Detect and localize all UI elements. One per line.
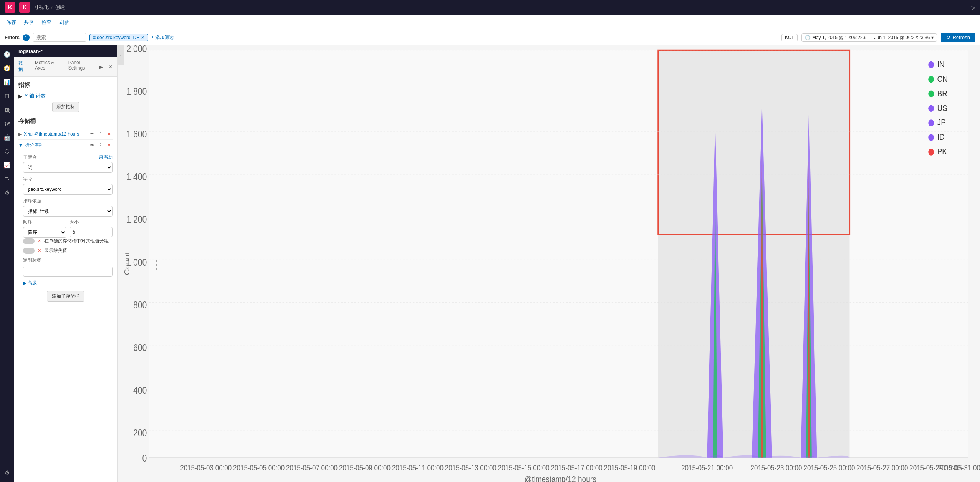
size-col: 大小 xyxy=(70,219,113,238)
tab-panel-settings[interactable]: Panel Settings xyxy=(64,57,96,76)
add-filter-button[interactable]: + 添加筛选 xyxy=(151,34,174,41)
sidebar-icon-discover[interactable]: 🧭 xyxy=(1,62,13,75)
sidebar-icon-devtools[interactable]: ⚙ xyxy=(1,187,13,199)
visibility-toggle-x[interactable]: 👁 xyxy=(89,131,96,137)
custom-label-section: 定制标签 xyxy=(23,257,113,277)
close-panel-button[interactable]: ✕ xyxy=(106,63,115,71)
order-select[interactable]: 降序 xyxy=(23,227,66,238)
filter-chip[interactable]: ≡ geo.src.keyword: DE ✕ xyxy=(89,34,148,41)
time-picker-button[interactable]: 🕐 May 1, 2015 @ 19:06:22.9 → Jun 1, 2015… xyxy=(801,33,937,42)
custom-label-field-label: 定制标签 xyxy=(23,257,113,263)
delete-icon-x[interactable]: ✕ xyxy=(106,131,113,137)
sub-agg-select[interactable]: 词 xyxy=(23,162,113,173)
inspect-button[interactable]: 检查 xyxy=(41,19,51,26)
filter-chip-close[interactable]: ✕ xyxy=(141,35,145,40)
filter-search-input[interactable] xyxy=(33,33,86,42)
custom-label-input[interactable] xyxy=(23,267,113,277)
breadcrumb-item2[interactable]: 创建 xyxy=(55,4,65,11)
svg-text:400: 400 xyxy=(133,385,147,396)
delete-icon-split[interactable]: ✕ xyxy=(106,142,113,149)
panel-collapse-arrow[interactable]: ‹ xyxy=(118,45,124,65)
tab-data[interactable]: 数据 xyxy=(14,57,30,76)
time-range-arrow: → xyxy=(868,35,873,40)
svg-text:1,800: 1,800 xyxy=(126,86,147,97)
toggle-group-other[interactable] xyxy=(23,238,35,244)
y-axis-count-row[interactable]: ▶ Y 轴 计数 xyxy=(18,93,113,99)
buckets-section: 存储桶 ▶ X 轴 @timestamp/12 hours 👁 ⋮ ✕ ▼ 拆分… xyxy=(18,118,113,302)
svg-text:2015-05-11 00:00: 2015-05-11 00:00 xyxy=(392,463,444,472)
refresh-action-button[interactable]: 刷新 xyxy=(59,19,69,26)
tab-metrics-axes[interactable]: Metrics & Axes xyxy=(30,57,64,76)
edit-icon-split[interactable]: ⋮ xyxy=(97,142,104,149)
order-by-label: 排序依据 xyxy=(23,198,113,204)
svg-text:600: 600 xyxy=(133,342,147,353)
svg-text:⋮: ⋮ xyxy=(152,258,162,271)
sidebar-icon-visualize[interactable]: 📊 xyxy=(1,76,13,88)
time-range-start: May 1, 2015 @ 19:06:22.9 xyxy=(812,35,867,40)
split-series-label[interactable]: 拆分序列 xyxy=(25,142,86,149)
svg-text:2015-05-07 00:00: 2015-05-07 00:00 xyxy=(286,463,338,472)
save-button[interactable]: 保存 xyxy=(6,19,16,26)
filter-bar-right: KQL 🕐 May 1, 2015 @ 19:06:22.9 → Jun 1, … xyxy=(781,33,975,42)
x-axis-label[interactable]: X 轴 @timestamp/12 hours xyxy=(24,131,86,137)
time-range-end: Jun 1, 2015 @ 06:22:23.36 xyxy=(874,35,930,40)
sidebar-icon-maps[interactable]: 🗺 xyxy=(1,118,13,130)
svg-text:2015-05-19 00:00: 2015-05-19 00:00 xyxy=(604,463,656,472)
expand-icon: ▶ xyxy=(18,93,22,99)
sidebar-icon-dashboard[interactable]: ⊞ xyxy=(1,90,13,102)
sub-agg-section: 子聚合 词 帮助 词 字段 geo.src.keyword xyxy=(23,154,113,286)
svg-text:2015-05-05 00:00: 2015-05-05 00:00 xyxy=(233,463,285,472)
svg-point-64 xyxy=(928,149,934,156)
sidebar-icon-ml[interactable]: 🤖 xyxy=(1,131,13,144)
filter-count: 1 xyxy=(23,34,30,41)
size-input[interactable] xyxy=(70,227,113,237)
sidebar-icon-monitoring[interactable]: 📈 xyxy=(1,159,13,171)
svg-point-60 xyxy=(928,119,934,126)
refresh-button[interactable]: ↻ Refresh xyxy=(941,33,975,42)
share-button[interactable]: 共享 xyxy=(24,19,34,26)
collapse-button[interactable]: ▷ xyxy=(971,4,975,11)
advanced-link[interactable]: ▶ 高级 xyxy=(23,280,113,286)
add-bucket-button[interactable]: 添加子存储桶 xyxy=(47,291,84,302)
app-logo: K xyxy=(5,2,15,13)
field-select[interactable]: geo.src.keyword xyxy=(23,184,113,195)
chart-container: 2,000 1,800 1,600 1,400 1,200 1,000 800 … xyxy=(124,45,980,482)
sidebar-icon-graph[interactable]: ⬡ xyxy=(1,145,13,157)
svg-text:1,600: 1,600 xyxy=(126,129,147,139)
svg-point-56 xyxy=(928,90,934,97)
filter-bar: Filters 1 ≡ geo.src.keyword: DE ✕ + 添加筛选… xyxy=(0,30,980,45)
x-axis-icons: 👁 ⋮ ✕ xyxy=(89,131,113,137)
order-by-select[interactable]: 指标: 计数 xyxy=(23,206,113,217)
svg-text:2015-05-03 00:00: 2015-05-03 00:00 xyxy=(180,463,232,472)
split-series-icons: 👁 ⋮ ✕ xyxy=(89,142,113,149)
order-by-field-group: 排序依据 指标: 计数 xyxy=(23,198,113,217)
action-bar: 保存 共享 检查 刷新 xyxy=(0,15,980,30)
y-axis-count-label: Y 轴 计数 xyxy=(25,93,46,99)
svg-text:2,000: 2,000 xyxy=(126,45,147,54)
metrics-subsection: ▶ Y 轴 计数 添加指标 xyxy=(18,93,113,112)
sub-agg-help[interactable]: 词 帮助 xyxy=(99,154,113,160)
visibility-toggle-split[interactable]: 👁 xyxy=(89,142,96,149)
field-field-group: 字段 geo.src.keyword xyxy=(23,176,113,195)
chart-area: 2,000 1,800 1,600 1,400 1,200 1,000 800 … xyxy=(124,45,980,482)
top-bar: K K 可视化 / 创建 ▷ xyxy=(0,0,980,15)
svg-text:200: 200 xyxy=(133,428,147,439)
svg-text:2015-05-21 00:00: 2015-05-21 00:00 xyxy=(681,463,733,472)
refresh-label: Refresh xyxy=(952,35,970,40)
sidebar-icon-siem[interactable]: 🛡 xyxy=(1,173,13,185)
breadcrumb-item1[interactable]: 可视化 xyxy=(34,4,49,11)
add-metric-button[interactable]: 添加指标 xyxy=(52,102,79,112)
play-button[interactable]: ▶ xyxy=(96,63,105,71)
svg-point-52 xyxy=(928,61,934,68)
kql-badge[interactable]: KQL xyxy=(781,34,798,41)
edit-icon-x[interactable]: ⋮ xyxy=(97,131,104,137)
collapse-icon-split: ▼ xyxy=(18,143,23,147)
svg-text:0: 0 xyxy=(142,453,147,464)
sidebar-icon-canvas[interactable]: 🖼 xyxy=(1,104,13,116)
sidebar-icon-management[interactable]: ⚙ xyxy=(1,467,13,479)
toggle-missing[interactable] xyxy=(23,248,35,254)
clock-icon: 🕐 xyxy=(805,35,811,40)
sidebar-icon-recent[interactable]: 🕐 xyxy=(1,48,13,61)
filters-label: Filters xyxy=(5,35,20,40)
order-col: 顺序 降序 xyxy=(23,219,66,238)
